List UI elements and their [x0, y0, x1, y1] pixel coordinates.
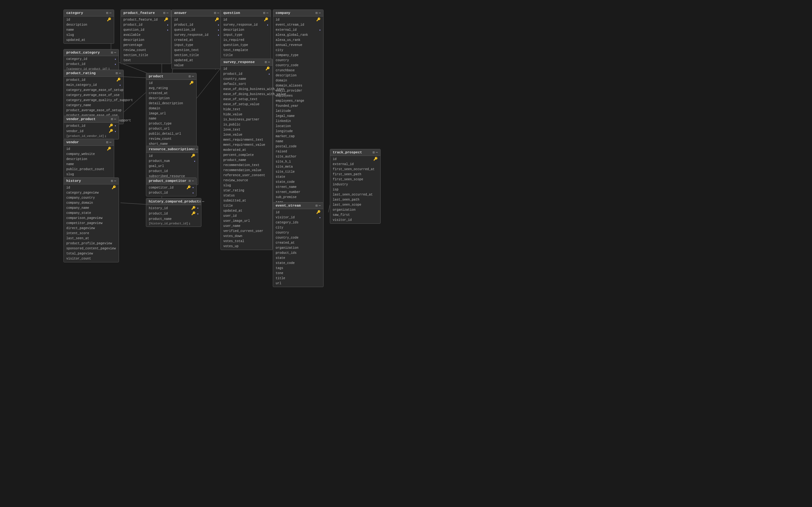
field-row: domain: [146, 106, 196, 111]
expand-icon[interactable]: ⊞: [189, 74, 191, 78]
field-row: id 🔑: [64, 17, 114, 22]
field-row: name: [273, 139, 323, 144]
field-row: slug: [64, 33, 114, 38]
expand-icon[interactable]: ⊞: [111, 179, 113, 183]
settings-icon[interactable]: ⋯: [266, 11, 268, 15]
settings-icon[interactable]: ⋯: [319, 11, 321, 15]
settings-icon[interactable]: ⋯: [109, 11, 111, 15]
expand-icon[interactable]: ⊞: [111, 117, 113, 121]
table-header-history[interactable]: history ⊞ ⋯: [64, 178, 119, 184]
field-row: id🔑: [273, 210, 323, 215]
field-row: detail_description: [146, 101, 196, 106]
info-icon[interactable]: ℹ: [189, 222, 190, 226]
field-row: country_code: [273, 63, 323, 68]
field-row: isp: [330, 187, 380, 192]
field-row: slug: [221, 183, 272, 188]
field-row: product_name: [146, 217, 201, 222]
field-row: id🔑: [64, 147, 114, 152]
settings-icon[interactable]: ⋯: [114, 51, 116, 55]
table-event-stream: event_stream ⊞ ⋯ id🔑 visitor_id⬧ categor…: [273, 202, 323, 287]
table-history-compared-product: history_compared_product ⊞ ⋯ history_id🔑…: [146, 198, 201, 227]
field-row: total_pageview: [64, 251, 119, 257]
settings-icon[interactable]: ⋯: [319, 204, 321, 208]
info-icon[interactable]: ℹ: [105, 135, 106, 138]
field-row: product_id⬧: [146, 190, 196, 195]
expand-icon[interactable]: ⊞: [316, 204, 317, 208]
table-header-resource-subscription[interactable]: resource_subscription ⊞ ⋯: [146, 146, 198, 153]
table-header-product-rating[interactable]: product_rating ⊞ ⋯: [64, 70, 123, 77]
table-header-product-feature[interactable]: product_feature ⊞ ⋯: [121, 10, 171, 16]
table-header-question[interactable]: question ⊞ ⋯: [221, 10, 271, 16]
field-row: reference_user_consent: [221, 173, 272, 178]
table-header-survey-response[interactable]: survey_response ⊞ ⋯: [221, 59, 272, 66]
expand-icon[interactable]: ⊞: [214, 11, 216, 15]
expand-icon[interactable]: ⊞: [106, 11, 108, 15]
field-row: avg_rating: [146, 86, 196, 91]
expand-icon[interactable]: ⊞: [163, 11, 165, 15]
settings-icon[interactable]: ⋯: [217, 11, 219, 15]
field-row: competitor_id🔑⬧: [146, 185, 196, 190]
field-row: default_sort: [221, 82, 272, 87]
field-row: country_name: [221, 77, 272, 82]
table-header-event-stream[interactable]: event_stream ⊞ ⋯: [273, 203, 323, 209]
expand-icon[interactable]: ⊞: [263, 11, 265, 15]
field-row: votes_up: [221, 244, 272, 249]
settings-icon[interactable]: ⋯: [196, 147, 198, 151]
settings-icon[interactable]: ⋯: [192, 179, 194, 183]
field-row: direct_pageview: [64, 226, 119, 231]
table-header-product-category[interactable]: product_category ⊞ ⋯: [64, 49, 119, 56]
field-row: city: [273, 48, 323, 53]
settings-icon[interactable]: ⋯: [109, 140, 111, 144]
expand-icon[interactable]: ⊞: [116, 71, 118, 75]
field-row: company_country: [64, 195, 119, 201]
composite-key: [history_id_product_id] ℹ: [146, 222, 201, 226]
field-row: product_id: [146, 169, 198, 174]
settings-icon[interactable]: ⋯: [114, 117, 116, 121]
table-header-company[interactable]: company ⊞ ⋯: [273, 10, 323, 16]
table-answer: answer ⊞ ⋯ id🔑 product_id⬧ question_id⬧ …: [171, 9, 222, 69]
field-row: external_id⬧: [273, 27, 323, 33]
table-name-product-competitor: product_competitor: [149, 179, 187, 183]
expand-icon[interactable]: ⊞: [316, 11, 317, 15]
table-header-track-prospect[interactable]: track_prospect ⊞ ⋯: [330, 149, 380, 156]
settings-icon[interactable]: ⋯: [192, 74, 194, 78]
field-row: survey_response_id⬧: [221, 22, 271, 27]
field-row: id🔑: [221, 17, 271, 22]
table-header-product[interactable]: product ⊞ ⋯: [146, 73, 196, 80]
field-row: question_id⬧: [121, 27, 171, 33]
field-row: text_template: [221, 48, 271, 53]
expand-icon[interactable]: ⊞: [106, 140, 108, 144]
settings-icon[interactable]: ⋯: [376, 151, 378, 154]
table-header-history-compared-product[interactable]: history_compared_product ⊞ ⋯: [146, 199, 201, 205]
field-row: submitted_at: [221, 199, 272, 204]
settings-icon[interactable]: ⋯: [166, 11, 168, 15]
settings-icon[interactable]: ⋯: [202, 200, 204, 204]
settings-icon[interactable]: ⋯: [268, 60, 270, 64]
field-row: survey_response_id⬧: [171, 33, 222, 38]
expand-icon[interactable]: ⊞: [265, 60, 267, 64]
expand-icon[interactable]: ⊞: [189, 179, 191, 183]
field-row: name: [146, 116, 196, 121]
field-row: category_name: [64, 103, 123, 108]
field-row: tags: [273, 266, 323, 271]
table-name-survey-response: survey_response: [223, 60, 255, 64]
expand-icon[interactable]: ⊞: [111, 51, 113, 55]
canvas: category ⊞ ⋯ id 🔑 description name slug …: [0, 0, 812, 507]
expand-icon[interactable]: ⊞: [193, 147, 195, 151]
table-header-answer[interactable]: answer ⊞ ⋯: [171, 10, 222, 16]
composite-key: [product_id_vendor_id] ℹ: [64, 134, 119, 138]
field-row: is_required: [221, 38, 271, 43]
table-header-vendor-product[interactable]: vendor_product ⊞ ⋯: [64, 116, 119, 123]
settings-icon[interactable]: ⋯: [119, 71, 121, 75]
field-row: intent_score: [64, 231, 119, 236]
table-header-product-competitor[interactable]: product_competitor ⊞ ⋯: [146, 178, 196, 184]
table-header-category[interactable]: category ⊞ ⋯: [64, 10, 114, 16]
expand-icon[interactable]: ⊞: [199, 200, 201, 204]
table-header-vendor[interactable]: vendor ⊞ ⋯: [64, 139, 114, 146]
table-name-product-category: product_category: [66, 51, 100, 55]
field-row: verified_current_user: [221, 229, 272, 234]
field-row: description: [64, 157, 114, 162]
settings-icon[interactable]: ⋯: [114, 179, 116, 183]
field-row: is_public: [221, 122, 272, 127]
expand-icon[interactable]: ⊞: [373, 151, 374, 154]
